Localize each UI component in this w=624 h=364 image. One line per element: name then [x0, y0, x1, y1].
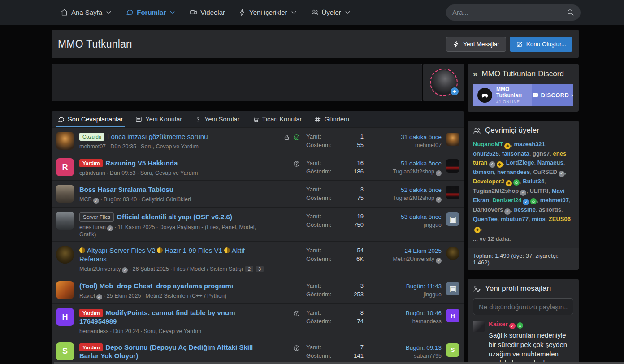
search-box[interactable]	[446, 4, 581, 21]
yeni-mesajlar-button[interactable]: Yeni Mesajlar	[446, 37, 506, 52]
chevron-down-icon[interactable]	[290, 9, 298, 16]
last-reply-time-link[interactable]: Bugün: 11:43	[406, 283, 442, 290]
avatar[interactable]: H	[56, 308, 74, 326]
avatar[interactable]	[446, 186, 459, 199]
member-link[interactable]: onur2525	[473, 150, 499, 157]
last-reply-user[interactable]: Metin2University✓	[366, 256, 442, 264]
last-reply-time-link[interactable]: Bugün: 09:13	[406, 344, 442, 351]
nav-item-videolar[interactable]: Videolar	[190, 9, 225, 16]
thread-author-link[interactable]: enes turan✓	[79, 224, 113, 230]
last-reply-time-link[interactable]: 53 dakika önce	[401, 213, 442, 220]
member-link[interactable]: QuenTee	[473, 216, 498, 222]
thread-author-link[interactable]: cptridvann	[79, 170, 105, 176]
member-link[interactable]: fallsonata	[502, 150, 529, 157]
story-avatar[interactable]: +	[430, 69, 458, 96]
thread-author-link[interactable]: MCB✓	[79, 196, 99, 203]
avatar[interactable]	[473, 321, 485, 332]
thread-author-link[interactable]: hernandess	[79, 328, 108, 334]
avatar[interactable]: R	[56, 158, 74, 176]
last-reply-user[interactable]: jingguo	[366, 291, 442, 298]
tab-yeni-sorular[interactable]: Yeni Sorular	[195, 111, 239, 127]
member-link[interactable]: asilords	[539, 206, 561, 213]
last-reply-time-link[interactable]: 24 Ekim 2025	[404, 247, 442, 254]
avatar[interactable]	[56, 212, 74, 230]
thread-title-link[interactable]: Hazır 1-99 Files V1	[165, 247, 222, 254]
avatar[interactable]: S	[446, 343, 459, 357]
member-link[interactable]: ULITRI	[530, 187, 549, 194]
more-members-link[interactable]: ... ve 12 daha.	[473, 234, 511, 243]
last-reply-user[interactable]: Tugian2Mt2shop✓	[366, 195, 442, 203]
chevron-down-icon[interactable]	[169, 9, 176, 16]
avatar[interactable]	[446, 247, 459, 260]
avatar[interactable]: S	[56, 342, 74, 360]
member-link[interactable]: ggns7	[533, 150, 550, 157]
member-link[interactable]: Darklovers	[473, 206, 503, 213]
thread-category-link[interactable]: Soru, Cevap ve Yardım	[143, 328, 201, 334]
member-link[interactable]: Namaeus	[537, 159, 563, 166]
nav-item-ana-sayfa[interactable]: Ana Sayfa	[61, 9, 113, 16]
chevron-down-icon[interactable]	[105, 9, 113, 16]
profile-post-author[interactable]: Kaiser	[489, 321, 508, 328]
thread-title-link[interactable]: Lonca imzası gözükmeme sorunu	[107, 133, 208, 140]
avatar[interactable]: H	[446, 309, 459, 322]
member-link[interactable]: Denizeri24	[492, 197, 521, 204]
member-link[interactable]: Bulut34	[523, 178, 544, 185]
member-link[interactable]: LordZiege	[506, 159, 534, 166]
profile-post-input[interactable]	[479, 303, 568, 311]
thread-author-link[interactable]: mehmet07	[79, 143, 106, 150]
last-reply-time-link[interactable]: 31 dakika önce	[401, 134, 442, 140]
last-reply-user[interactable]: hernandess	[366, 318, 442, 325]
member-link[interactable]: bessine	[514, 206, 535, 213]
thread-title-link[interactable]: Depo Sorunu (Depoyu Aç Dediğim Alttaki S…	[79, 343, 253, 360]
tab-yeni-konular[interactable]: Yeni Konular	[135, 111, 182, 127]
discord-invite-banner[interactable]: MMO Tutkunları 41 ONLINE DISCORD ›	[473, 84, 573, 106]
avatar[interactable]	[56, 185, 74, 203]
thread-title-link[interactable]: (Tool) Mob_drop Chest_drop ayarlama prog…	[79, 282, 233, 290]
member-link[interactable]: CuRSED	[533, 169, 557, 175]
nav-item-forumlar[interactable]: Forumlar	[126, 9, 176, 16]
thread-category-link[interactable]: Files / Model / Sistem Satışı	[173, 266, 243, 272]
avatar[interactable]: ▣	[446, 212, 459, 226]
search-icon[interactable]	[567, 9, 574, 16]
chevron-down-icon[interactable]	[344, 9, 351, 16]
tab-ticari-konular[interactable]: Ticari Konular	[252, 111, 302, 127]
profile-post-composer[interactable]	[473, 298, 573, 315]
thread-author-link[interactable]: Metin2University✓	[79, 266, 128, 272]
avatar[interactable]	[56, 132, 74, 150]
tab-gundem[interactable]: Gündem	[314, 111, 349, 127]
thread-title-link[interactable]: Official eklentili alt yapı (OSF v6.2.6)	[117, 213, 232, 221]
thread-title-link[interactable]: ModifyPoints: cannot find table by vnum …	[79, 309, 235, 325]
last-reply-time-link[interactable]: Bugün: 10:46	[406, 310, 442, 316]
member-link[interactable]: Tugian2Mt2shop	[473, 187, 519, 194]
page-chip[interactable]: 3	[256, 266, 264, 272]
last-reply-user[interactable]: jingguo	[366, 222, 442, 228]
thread-category-link[interactable]: Soru, Cevap ve Yardım	[140, 170, 198, 176]
member-link[interactable]: tbmson	[473, 169, 494, 175]
thread-title-link[interactable]: Boss Hasar Sıralama Tablosu	[79, 186, 173, 193]
thread-category-link[interactable]: Geliştirici Günlükleri	[142, 196, 191, 203]
member-link[interactable]: hernandess	[497, 169, 530, 175]
avatar[interactable]	[56, 281, 74, 299]
nav-item-uyeler[interactable]: Üyeler	[311, 9, 351, 16]
member-link[interactable]: NuganoMT	[473, 141, 503, 147]
member-link[interactable]: mbutun77	[501, 216, 529, 222]
search-input[interactable]	[452, 9, 567, 16]
thread-category-link[interactable]: Metin2 Sistemleri (C++ / Python)	[146, 293, 227, 299]
avatar[interactable]	[446, 159, 459, 173]
last-reply-time-link[interactable]: 51 dakika önce	[401, 160, 442, 167]
thread-title-link[interactable]: Altyapı Server Files V2	[87, 247, 156, 254]
thread-author-link[interactable]: Raviel✓	[79, 293, 102, 299]
thread-category-link[interactable]: Soru, Cevap ve Yardım	[141, 143, 199, 150]
last-reply-user[interactable]: saban7795	[366, 353, 442, 359]
member-link[interactable]: mazeah321	[514, 141, 545, 147]
konu-olustur-button[interactable]: Konu Oluştur...	[510, 37, 572, 52]
member-link[interactable]: Developer2	[473, 178, 504, 185]
member-link[interactable]: mehmet07	[540, 197, 569, 204]
avatar[interactable]	[446, 133, 459, 146]
last-reply-user[interactable]: Tugian2Mt2shop✓	[366, 169, 442, 176]
avatar[interactable]: ▣	[446, 282, 459, 295]
last-reply-time-link[interactable]: 52 dakika önce	[401, 186, 442, 193]
page-chip[interactable]: 2	[245, 266, 253, 272]
nav-item-yeni-icerikler[interactable]: Yeni içerikler	[238, 9, 298, 16]
thread-title-link[interactable]: Razuning V5 Hakkında	[105, 159, 178, 167]
